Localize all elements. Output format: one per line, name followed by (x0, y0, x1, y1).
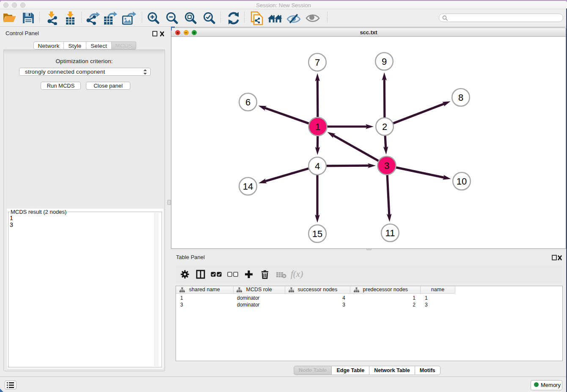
svg-text:14: 14 (243, 181, 253, 192)
svg-text:7: 7 (315, 57, 320, 68)
svg-text:4: 4 (315, 161, 320, 171)
svg-text:8: 8 (458, 92, 463, 103)
svg-text:f(x): f(x) (291, 269, 303, 279)
svg-text:1: 1 (315, 121, 320, 132)
svg-text:15: 15 (312, 229, 322, 239)
svg-text:2: 2 (382, 121, 387, 132)
svg-text:9: 9 (382, 56, 387, 67)
svg-text:3: 3 (384, 160, 389, 171)
svg-text:11: 11 (385, 228, 395, 238)
svg-text:6: 6 (245, 97, 250, 108)
svg-text:10: 10 (457, 176, 467, 187)
